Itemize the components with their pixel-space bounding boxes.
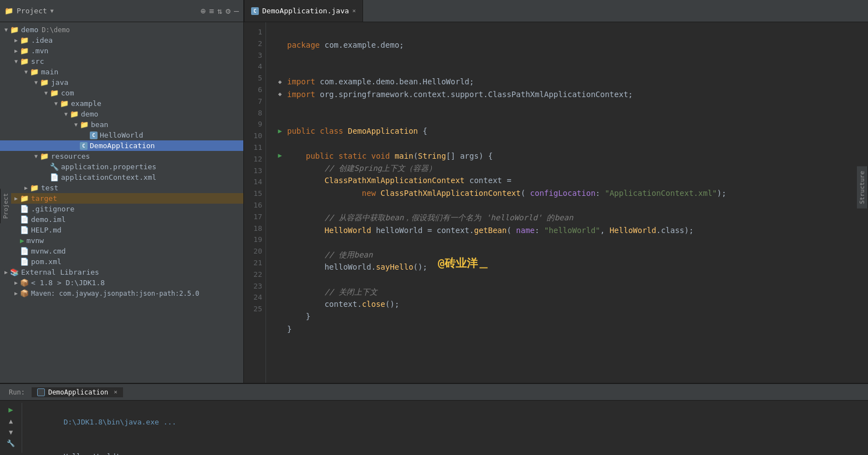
bottom-gutter: ▶ ▲ ▼ 🔧 <box>0 403 22 453</box>
tree-item-pomxml[interactable]: ▶ 📄 pom.xml <box>0 256 243 267</box>
label-mvnw: mvnw <box>27 236 44 245</box>
tab-java-icon: C <box>251 7 259 15</box>
run-button[interactable]: ▶ <box>8 405 13 414</box>
console-line-2: Hello, World! <box>29 439 861 455</box>
tab-filename: DemoApplication.java <box>262 7 349 15</box>
tree-item-extlibs[interactable]: ▶ 📚 External Libraries <box>0 267 243 277</box>
tree-item-maven-jayway[interactable]: ▶ 📦 Maven: com.jayway.jsonpath:json-path… <box>0 288 243 299</box>
code-line-13: ClassPathXmlApplicationContext context = <box>275 174 859 186</box>
code-line-22: // 关闭上下文 <box>275 286 859 298</box>
icon-idea: 📁 <box>20 36 29 44</box>
toolbar-icon-list[interactable]: ≡ <box>209 6 214 16</box>
icon-example: 📁 <box>60 99 69 108</box>
toolbar-icon-globe[interactable]: ⊕ <box>201 6 206 16</box>
tree-item-idea[interactable]: ▶ 📁 .idea <box>0 35 243 46</box>
code-line-3 <box>275 51 859 63</box>
tree-item-helpmd[interactable]: ▶ 📄 HELP.md <box>0 225 243 235</box>
arrow-extlibs: ▶ <box>2 269 10 275</box>
bottom-panel: Run: DemoApplication × ▶ ▲ ▼ 🔧 D:\JDK1.8… <box>0 383 868 455</box>
label-src: src <box>31 57 44 65</box>
code-line-21 <box>275 274 859 286</box>
arrow-demo: ▼ <box>2 27 10 33</box>
project-panel-header: 📁 Project ▼ ⊕ ≡ ⇅ ⚙ — <box>0 0 244 22</box>
icon-resources: 📁 <box>40 152 49 160</box>
code-editor[interactable]: package com.example.demo; ◆ import com.e… <box>266 22 868 383</box>
tree-item-test[interactable]: ▶ 📁 test <box>0 183 243 193</box>
code-line-5: ◆ import com.example.demo.bean.HelloWorl… <box>275 75 859 88</box>
tree-item-helloworld[interactable]: ▶ C HelloWorld <box>0 130 243 140</box>
editor-area[interactable]: 1 2 3 4 5 6 7 8 9 10 11 12 13 14 15 16 1… <box>244 22 868 383</box>
wrench-icon[interactable]: 🔧 <box>7 439 15 447</box>
tree-item-target[interactable]: ▶ 📁 target <box>0 193 243 204</box>
tree-item-java[interactable]: ▼ 📁 java <box>0 77 243 88</box>
bottom-panel-tabs: Run: DemoApplication × <box>0 384 868 401</box>
tree-item-demo-root[interactable]: ▼ 📁 demo D:\demo <box>0 24 243 35</box>
tree-item-appprops[interactable]: ▶ 🔧 application.properties <box>0 161 243 172</box>
main-area: ▼ 📁 demo D:\demo ▶ 📁 .idea ▶ 📁 .mvn ▼ 📁 <box>0 22 868 383</box>
tree-item-mvnw[interactable]: ▶ ▶ mvnw <box>0 235 243 246</box>
icon-com: 📁 <box>50 89 59 97</box>
tree-item-mvnwcmd[interactable]: ▶ 📄 mvnw.cmd <box>0 246 243 256</box>
toolbar-icon-settings[interactable]: ⚙ <box>226 6 231 16</box>
tab-demo-application[interactable]: C DemoApplication.java × <box>244 0 363 22</box>
run-tab-close[interactable]: × <box>114 388 118 396</box>
label-demo-path: D:\demo <box>42 26 70 34</box>
tree-item-jdk[interactable]: ▶ 📦 < 1.8 > D:\JDK1.8 <box>0 277 243 288</box>
label-example: example <box>71 99 101 108</box>
label-pomxml: pom.xml <box>31 257 62 266</box>
project-label[interactable]: Project <box>17 7 47 15</box>
label-maven-jayway: Maven: com.jayway.jsonpath:json-path:2.5… <box>31 290 199 297</box>
arrow-maven-jayway: ▶ <box>12 290 20 296</box>
tree-item-mvn[interactable]: ▶ 📁 .mvn <box>0 46 243 56</box>
icon-gitignore: 📄 <box>20 205 29 213</box>
scroll-down-icon[interactable]: ▼ <box>9 428 13 436</box>
line-numbers: 1 2 3 4 5 6 7 8 9 10 11 12 13 14 15 16 1… <box>244 22 266 383</box>
tree-item-resources[interactable]: ▼ 📁 resources <box>0 151 243 161</box>
code-line-11: ▶ public static void main(String[] args)… <box>275 150 859 162</box>
project-dropdown-arrow[interactable]: ▼ <box>50 8 54 14</box>
tree-item-com[interactable]: ▼ 📁 com <box>0 88 243 98</box>
tree-item-appctx[interactable]: ▶ 📄 applicationContext.xml <box>0 172 243 183</box>
code-line-20: helloWorld.sayHello(); <box>275 261 859 273</box>
code-line-19: // 使用bean <box>275 249 859 261</box>
tree-item-gitignore[interactable]: ▶ 📄 .gitignore <box>0 204 243 214</box>
tree-item-src[interactable]: ▼ 📁 src <box>0 56 243 67</box>
label-demoapplication: DemoApplication <box>90 141 155 150</box>
icon-helpmd: 📄 <box>20 226 29 234</box>
arrow-src: ▼ <box>12 58 20 64</box>
bottom-tab-demoapplication[interactable]: DemoApplication × <box>32 387 123 397</box>
icon-mvnw: ▶ <box>20 236 24 245</box>
scroll-up-icon[interactable]: ▲ <box>9 417 13 425</box>
run-tab-icon <box>37 388 45 396</box>
tree-item-demoapplication[interactable]: ▶ C DemoApplication <box>0 140 243 151</box>
arrow-java: ▼ <box>32 79 40 85</box>
label-java: java <box>51 78 68 87</box>
code-line-18 <box>275 236 859 249</box>
tree-item-example[interactable]: ▼ 📁 example <box>0 98 243 109</box>
tree-item-main[interactable]: ▼ 📁 main <box>0 67 243 77</box>
tree-item-iml[interactable]: ▶ 📄 demo.iml <box>0 214 243 225</box>
tree-item-demo-sub[interactable]: ▼ 📁 demo <box>0 109 243 119</box>
side-label-project[interactable]: Project <box>0 189 11 223</box>
icon-target: 📁 <box>20 194 29 203</box>
label-jdk: < 1.8 > D:\JDK1.8 <box>31 279 105 287</box>
icon-demo-sub: 📁 <box>70 110 79 118</box>
gutter-9: ▶ <box>275 126 285 136</box>
top-bar: 📁 Project ▼ ⊕ ≡ ⇅ ⚙ — C DemoApplication.… <box>0 0 868 22</box>
toolbar-icon-sort[interactable]: ⇅ <box>217 6 222 16</box>
toolbar-icon-minimize[interactable]: — <box>234 6 239 16</box>
console-output: D:\JDK1.8\bin\java.exe ... Hello, World! <box>22 403 868 453</box>
tree-item-bean[interactable]: ▼ 📁 bean <box>0 119 243 130</box>
code-line-25: } <box>275 323 859 335</box>
label-com: com <box>61 89 74 97</box>
code-line-14: new ClassPathXmlApplicationContext( conf… <box>275 187 859 199</box>
icon-mvnwcmd: 📄 <box>20 247 29 255</box>
arrow-idea: ▶ <box>12 37 20 43</box>
code-line-17: HelloWorld helloWorld = context.getBean(… <box>275 224 859 236</box>
icon-demoapplication: C <box>80 142 88 150</box>
tab-close-icon[interactable]: × <box>353 7 356 14</box>
label-target: target <box>31 194 57 203</box>
icon-iml: 📄 <box>20 215 29 224</box>
gutter-6: ◆ <box>275 89 285 99</box>
side-label-structure[interactable]: Structure <box>857 166 868 209</box>
